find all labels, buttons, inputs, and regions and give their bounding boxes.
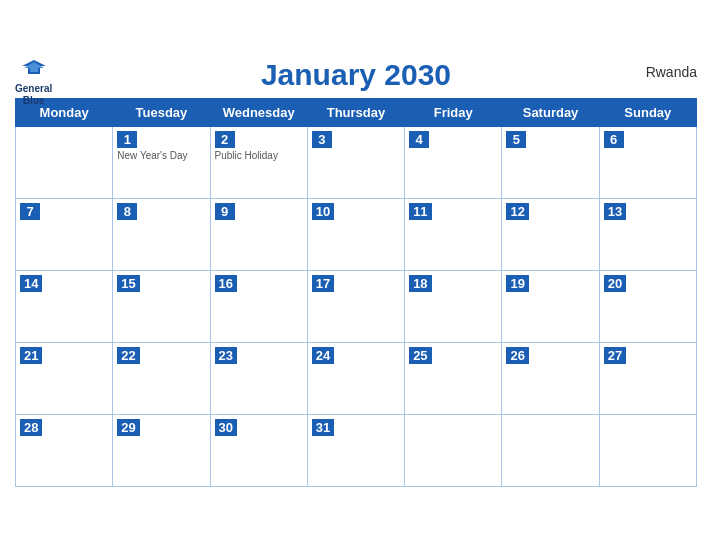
calendar-cell: 30 [210, 415, 307, 487]
day-number: 9 [215, 203, 235, 220]
calendar-cell: 13 [599, 199, 696, 271]
day-number: 7 [20, 203, 40, 220]
day-number: 11 [409, 203, 431, 220]
day-number: 6 [604, 131, 624, 148]
calendar-cell: 29 [113, 415, 210, 487]
day-number: 27 [604, 347, 626, 364]
logo-line1: General [15, 83, 52, 95]
calendar-cell: 17 [307, 271, 404, 343]
day-number: 21 [20, 347, 42, 364]
day-number: 16 [215, 275, 237, 292]
calendar-cell: 26 [502, 343, 599, 415]
day-number: 18 [409, 275, 431, 292]
calendar-week-row: 78910111213 [16, 199, 697, 271]
day-number: 28 [20, 419, 42, 436]
weekday-header: Thursday [307, 99, 404, 127]
calendar-cell: 16 [210, 271, 307, 343]
day-number: 5 [506, 131, 526, 148]
weekday-header: Sunday [599, 99, 696, 127]
calendar-cell: 1New Year's Day [113, 127, 210, 199]
calendar-cell: 25 [405, 343, 502, 415]
holiday-label: New Year's Day [117, 150, 205, 161]
calendar-cell: 15 [113, 271, 210, 343]
day-number: 19 [506, 275, 528, 292]
calendar-cell: 9 [210, 199, 307, 271]
day-number: 3 [312, 131, 332, 148]
calendar-cell: 12 [502, 199, 599, 271]
calendar-cell [16, 127, 113, 199]
calendar-cell: 2Public Holiday [210, 127, 307, 199]
logo-line2: Blue [23, 95, 45, 107]
logo-icon [16, 58, 52, 82]
calendar-cell: 3 [307, 127, 404, 199]
day-number: 2 [215, 131, 235, 148]
calendar-cell: 4 [405, 127, 502, 199]
calendar-week-row: 21222324252627 [16, 343, 697, 415]
calendar-body: 1New Year's Day2Public Holiday3456789101… [16, 127, 697, 487]
calendar-cell: 14 [16, 271, 113, 343]
calendar-week-row: 1New Year's Day2Public Holiday3456 [16, 127, 697, 199]
day-number: 10 [312, 203, 334, 220]
day-number: 30 [215, 419, 237, 436]
calendar-cell [405, 415, 502, 487]
calendar-thead: MondayTuesdayWednesdayThursdayFridaySatu… [16, 99, 697, 127]
calendar-cell [502, 415, 599, 487]
logo: General Blue [15, 58, 52, 107]
calendar-cell [599, 415, 696, 487]
calendar-cell: 21 [16, 343, 113, 415]
calendar-table: MondayTuesdayWednesdayThursdayFridaySatu… [15, 98, 697, 487]
calendar-cell: 28 [16, 415, 113, 487]
calendar-cell: 24 [307, 343, 404, 415]
calendar-week-row: 14151617181920 [16, 271, 697, 343]
weekday-header: Saturday [502, 99, 599, 127]
calendar-cell: 8 [113, 199, 210, 271]
day-number: 22 [117, 347, 139, 364]
calendar-cell: 31 [307, 415, 404, 487]
day-number: 17 [312, 275, 334, 292]
day-number: 24 [312, 347, 334, 364]
calendar-cell: 18 [405, 271, 502, 343]
day-number: 12 [506, 203, 528, 220]
calendar-cell: 11 [405, 199, 502, 271]
day-number: 1 [117, 131, 137, 148]
day-number: 15 [117, 275, 139, 292]
day-number: 26 [506, 347, 528, 364]
calendar-cell: 6 [599, 127, 696, 199]
calendar-cell: 20 [599, 271, 696, 343]
day-number: 29 [117, 419, 139, 436]
day-number: 8 [117, 203, 137, 220]
calendar-wrapper: General Blue January 2030 Rwanda MondayT… [0, 48, 712, 502]
holiday-label: Public Holiday [215, 150, 303, 161]
day-number: 23 [215, 347, 237, 364]
calendar-cell: 5 [502, 127, 599, 199]
calendar-header: General Blue January 2030 Rwanda [15, 58, 697, 92]
calendar-cell: 10 [307, 199, 404, 271]
day-number: 25 [409, 347, 431, 364]
weekday-header: Friday [405, 99, 502, 127]
weekday-header: Wednesday [210, 99, 307, 127]
calendar-title: January 2030 [261, 58, 451, 92]
calendar-cell: 27 [599, 343, 696, 415]
country-label: Rwanda [646, 64, 697, 80]
calendar-week-row: 28293031 [16, 415, 697, 487]
weekday-header: Tuesday [113, 99, 210, 127]
day-number: 31 [312, 419, 334, 436]
calendar-cell: 7 [16, 199, 113, 271]
calendar-cell: 23 [210, 343, 307, 415]
day-number: 20 [604, 275, 626, 292]
calendar-cell: 19 [502, 271, 599, 343]
day-number: 14 [20, 275, 42, 292]
weekday-row: MondayTuesdayWednesdayThursdayFridaySatu… [16, 99, 697, 127]
calendar-cell: 22 [113, 343, 210, 415]
day-number: 13 [604, 203, 626, 220]
day-number: 4 [409, 131, 429, 148]
